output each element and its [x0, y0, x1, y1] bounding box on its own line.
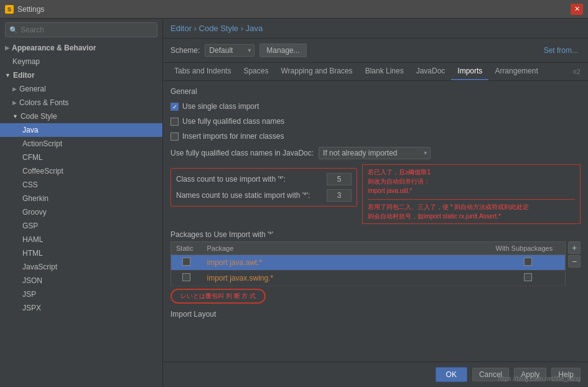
search-box[interactable]: 🔍: [5, 22, 157, 37]
class-count-label: Class count to use import with '*':: [176, 175, 322, 184]
table-actions: + −: [566, 241, 581, 268]
javadoc-row: Use fully qualified class names in JavaD…: [170, 147, 581, 159]
checkbox-fully-qualified-input[interactable]: [170, 118, 179, 126]
tab-imports[interactable]: Imports: [451, 63, 488, 80]
set-from-button[interactable]: Set from...: [541, 44, 581, 57]
sidebar-item-colors-fonts[interactable]: ▶ Colors & Fonts: [0, 96, 162, 110]
sidebar-item-editor[interactable]: ▼ Editor: [0, 68, 162, 82]
arrow-icon: ▶: [12, 86, 17, 92]
checkbox-insert-imports-input[interactable]: [170, 133, 179, 141]
breadcrumb: Editor › Code Style › Java: [163, 19, 588, 39]
javadoc-label: Use fully qualified class names in JavaD…: [170, 149, 314, 157]
insert-imports-label: Insert imports for inner classes: [182, 132, 284, 141]
bottom-bar: OK Cancel Apply Help: [163, 361, 588, 387]
sidebar-item-coffeescript[interactable]: CoffeeScript: [0, 164, 162, 178]
col-static: Static: [171, 242, 202, 255]
row2-static-checkbox[interactable]: [182, 273, 190, 281]
row1-subpackages-checkbox[interactable]: [524, 258, 532, 266]
static-count-label: Names count to use static import with '*…: [176, 191, 322, 200]
sidebar-item-jsp[interactable]: JSP: [0, 287, 162, 301]
settings-panel: General ✓ Use single class import Use fu…: [163, 81, 588, 361]
sidebar-item-actionscript[interactable]: ActionScript: [0, 137, 162, 151]
sidebar-item-appearance[interactable]: ▶ Appearance & Behavior: [0, 41, 162, 55]
content-area: Editor › Code Style › Java Scheme: Defau…: [163, 19, 588, 387]
oval-annotation: レいとは覆包叫 判 断 方 式: [170, 289, 266, 304]
table-row[interactable]: import javax.swing.*: [171, 271, 566, 286]
arrow-icon: ▼: [5, 72, 11, 78]
remove-package-button[interactable]: −: [568, 255, 581, 268]
sidebar-item-json[interactable]: JSON: [0, 274, 162, 287]
count-annotation: 若已入了，且≥阈值限1 则改为自动归并行语： import java.util.…: [362, 164, 581, 224]
sidebar-item-cfml[interactable]: CFML: [0, 151, 162, 164]
packages-title: Packages to Use Import with '*': [170, 230, 581, 239]
row1-static-checkbox[interactable]: [182, 258, 190, 266]
packages-section: Packages to Use Import with '*' Static P…: [170, 230, 581, 304]
row2-subpackages-checkbox[interactable]: [524, 273, 532, 281]
app-icon: S: [5, 5, 14, 14]
scheme-label: Scheme:: [170, 46, 200, 55]
class-count-row: Class count to use import with '*':: [171, 171, 357, 187]
checkbox-single-class: ✓ Use single class import: [170, 101, 581, 112]
tab-tabs-indents[interactable]: Tabs and Indents: [168, 63, 237, 80]
oval-annotation-wrapper: レいとは覆包叫 判 断 方 式: [170, 289, 581, 304]
checkbox-insert-imports: Insert imports for inner classes: [170, 131, 581, 142]
search-icon: 🔍: [9, 26, 18, 34]
tab-settings-icon[interactable]: ≡2: [570, 64, 583, 79]
row1-package: import java.awt.*: [202, 255, 491, 271]
sidebar-item-general[interactable]: ▶ General: [0, 82, 162, 96]
arrow-icon: ▶: [12, 100, 17, 106]
sidebar-item-css[interactable]: CSS: [0, 178, 162, 192]
static-count-input[interactable]: [327, 189, 352, 202]
add-package-button[interactable]: +: [568, 241, 581, 254]
row2-package: import javax.swing.*: [202, 271, 491, 286]
sidebar-item-groovy[interactable]: Groovy: [0, 205, 162, 219]
tab-arrangement[interactable]: Arrangement: [488, 63, 544, 80]
sidebar-nav: ▶ Appearance & Behavior Keymap ▼ Editor …: [0, 41, 162, 315]
static-count-row: Names count to use static import with '*…: [171, 187, 357, 203]
checkbox-fully-qualified: Use fully qualified class names: [170, 116, 581, 127]
tab-blank-lines[interactable]: Blank Lines: [359, 63, 410, 80]
scheme-select-wrapper[interactable]: Default Project ▼: [205, 44, 254, 57]
window-title: Settings: [17, 5, 44, 14]
arrow-icon: ▼: [12, 113, 18, 119]
count-section: Class count to use import with '*': Name…: [170, 168, 357, 207]
tab-wrapping[interactable]: Wrapping and Braces: [274, 63, 358, 80]
checkbox-single-class-input[interactable]: ✓: [170, 103, 179, 111]
import-layout-label: Import Layout: [170, 310, 581, 319]
col-subpackages: With Subpackages: [491, 242, 566, 255]
sidebar-item-haml[interactable]: HAML: [0, 233, 162, 246]
ok-button[interactable]: OK: [436, 367, 467, 382]
manage-button[interactable]: Manage...: [259, 44, 306, 57]
packages-table-wrapper: Static Package With Subpackages import j…: [170, 241, 581, 286]
title-bar: S Settings ✕: [0, 0, 588, 19]
fully-qualified-label: Use fully qualified class names: [182, 117, 284, 126]
sidebar-item-jspx[interactable]: JSPX: [0, 301, 162, 315]
sidebar-item-html[interactable]: HTML: [0, 246, 162, 260]
search-input[interactable]: [21, 26, 153, 34]
tabs-bar: Tabs and Indents Spaces Wrapping and Bra…: [163, 63, 588, 81]
javadoc-select[interactable]: If not already imported Always Never: [319, 147, 431, 159]
sidebar-item-java[interactable]: Java: [0, 123, 162, 137]
col-package: Package: [202, 242, 491, 255]
tabs-left: Tabs and Indents Spaces Wrapping and Bra…: [168, 63, 544, 80]
tab-spaces[interactable]: Spaces: [237, 63, 274, 80]
main-container: 🔍 ▶ Appearance & Behavior Keymap ▼ Edito…: [0, 19, 588, 387]
table-row[interactable]: import java.awt.*: [171, 255, 566, 271]
scheme-row: Scheme: Default Project ▼ Manage... Set …: [163, 39, 588, 63]
javadoc-select-wrapper[interactable]: If not already imported Always Never ▼: [319, 147, 431, 159]
watermark: https://blog.csdn.net/the_liang: [498, 375, 581, 382]
sidebar: 🔍 ▶ Appearance & Behavior Keymap ▼ Edito…: [0, 19, 163, 387]
scheme-select[interactable]: Default Project: [205, 44, 254, 57]
general-section-title: General: [170, 87, 581, 96]
sidebar-item-javascript[interactable]: JavaScript: [0, 260, 162, 274]
class-count-input[interactable]: [327, 173, 352, 185]
single-class-label: Use single class import: [182, 102, 259, 111]
close-button[interactable]: ✕: [571, 4, 583, 15]
sidebar-item-gherkin[interactable]: Gherkin: [0, 192, 162, 205]
tab-javadoc[interactable]: JavaDoc: [410, 63, 452, 80]
sidebar-item-code-style[interactable]: ▼ Code Style: [0, 110, 162, 123]
packages-table: Static Package With Subpackages import j…: [170, 241, 566, 286]
arrow-icon: ▶: [5, 45, 9, 51]
sidebar-item-keymap[interactable]: Keymap: [0, 55, 162, 68]
sidebar-item-gsp[interactable]: GSP: [0, 219, 162, 233]
